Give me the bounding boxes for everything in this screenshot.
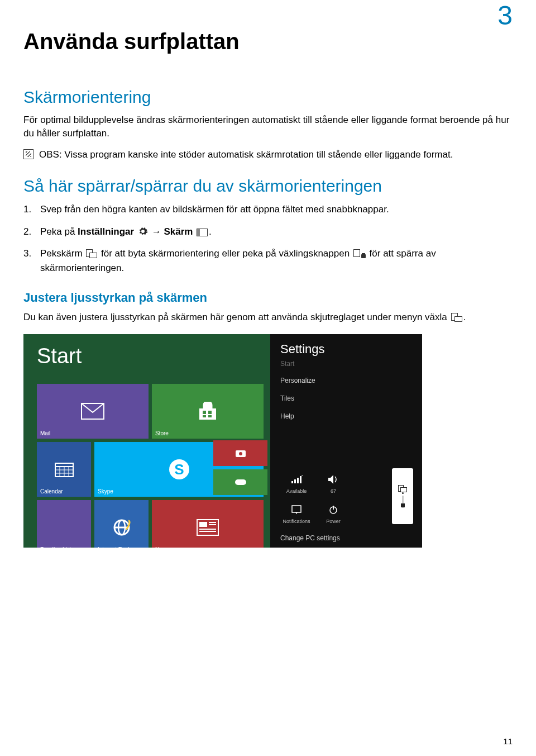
quick-volume-value: 67 xyxy=(331,488,336,494)
brightness-panel[interactable] xyxy=(392,468,413,524)
brightness-end: . xyxy=(463,312,466,322)
page-number: 11 xyxy=(503,736,513,746)
note-block: OBS: Vissa program kanske inte stöder au… xyxy=(23,148,513,161)
tile-skype-label: Skype xyxy=(98,488,113,495)
screen-icon xyxy=(197,229,208,236)
rotate-icon xyxy=(86,249,97,258)
tile-news-label: News xyxy=(155,546,169,548)
screen-label: Skärm xyxy=(164,226,193,237)
quick-network[interactable]: * Available xyxy=(280,468,313,494)
tile-calendar-label: Calendar xyxy=(40,488,63,495)
tile-mail-label: Mail xyxy=(40,430,50,436)
tile-reading-label: Reading List xyxy=(40,546,71,548)
chapter-number: 3 xyxy=(497,0,513,31)
start-title: Start xyxy=(37,344,264,368)
svg-text:S: S xyxy=(174,461,184,478)
svg-rect-30 xyxy=(292,506,301,512)
svg-rect-3 xyxy=(203,415,206,417)
quick-power-label: Power xyxy=(326,519,341,524)
section-heading-lock: Så här spärrar/spärrar du av skärmorient… xyxy=(23,177,513,196)
notifications-icon xyxy=(287,502,306,517)
svg-rect-24 xyxy=(235,479,246,485)
steps-list: Svep från den högra kanten av bildskärme… xyxy=(23,202,513,275)
gear-icon xyxy=(138,226,148,236)
brightness-body: Du kan även justera ljusstyrkan på skärm… xyxy=(23,311,513,324)
rotate-lock-icon xyxy=(353,249,366,258)
ie-icon xyxy=(94,500,149,548)
section-heading-brightness: Justera ljusstyrkan på skärmen xyxy=(23,291,513,305)
tile-calendar[interactable]: Calendar xyxy=(37,442,91,497)
tile-store[interactable]: Store xyxy=(152,384,264,439)
tile-ie[interactable]: Internet Explorer xyxy=(94,500,149,548)
step-3: Pekskärm för att byta skärmorientering e… xyxy=(40,246,513,275)
quick-power[interactable]: Power xyxy=(317,498,350,524)
tile-games[interactable] xyxy=(213,469,267,495)
tile-mail[interactable]: Mail xyxy=(37,384,149,439)
wifi-icon: * xyxy=(287,472,306,487)
arrow-text: → xyxy=(152,226,164,237)
brightness-rotate-icon xyxy=(398,485,407,492)
volume-icon xyxy=(324,472,343,487)
news-icon xyxy=(152,500,264,548)
page-title: Använda surfplattan xyxy=(23,29,513,54)
charm-subtitle: Start xyxy=(280,360,413,368)
tile-store-label: Store xyxy=(155,430,169,436)
quick-volume[interactable]: 67 xyxy=(317,468,350,494)
svg-rect-27 xyxy=(297,478,299,483)
small-tiles-col xyxy=(213,440,267,495)
section-heading-orientation: Skärmorientering xyxy=(23,88,513,107)
svg-rect-25 xyxy=(291,481,293,483)
rotate-icon-2 xyxy=(451,313,462,322)
settings-label: Inställningar xyxy=(78,226,134,237)
quick-notifications-label: Notifications xyxy=(283,519,310,524)
svg-rect-2 xyxy=(208,411,212,414)
svg-rect-26 xyxy=(294,479,296,483)
quick-notifications[interactable]: Notifications xyxy=(280,498,313,524)
step-3-mid: för att byta skärmorientering eller peka… xyxy=(101,248,352,259)
brightness-slider[interactable] xyxy=(402,496,404,508)
change-pc-settings[interactable]: Change PC settings xyxy=(280,534,413,542)
tile-reading-list[interactable]: Reading List xyxy=(37,500,91,548)
step-3-pre: Pekskärm xyxy=(40,248,85,259)
svg-point-23 xyxy=(239,452,242,455)
svg-text:*: * xyxy=(302,475,303,478)
svg-rect-1 xyxy=(203,411,206,414)
power-icon xyxy=(324,502,343,517)
quick-network-label: Available xyxy=(286,488,307,494)
charm-item-personalize[interactable]: Personalize xyxy=(280,377,413,384)
note-icon xyxy=(23,149,34,159)
tile-news[interactable]: News xyxy=(152,500,264,548)
svg-rect-17 xyxy=(199,522,207,527)
step-2-text: Peka på xyxy=(40,226,78,237)
tile-camera[interactable] xyxy=(213,440,267,466)
step-2-end: . xyxy=(209,226,212,237)
camera-icon xyxy=(213,440,267,466)
settings-charm: Settings Start Personalize Tiles Help * … xyxy=(270,334,422,548)
brightness-dot xyxy=(402,492,404,494)
tile-ie-label: Internet Explorer xyxy=(98,546,139,548)
gamepad-icon xyxy=(213,469,267,495)
store-icon xyxy=(152,384,264,439)
charm-item-tiles[interactable]: Tiles xyxy=(280,394,413,402)
charm-item-help[interactable]: Help xyxy=(280,412,413,420)
start-screen: Start Mail Store Calendar xyxy=(23,334,270,548)
mail-icon xyxy=(37,384,149,439)
quick-actions: * Available 67 Notifications Power xyxy=(280,468,386,524)
settings-screenshot: Start Mail Store Calendar xyxy=(23,334,422,548)
step-2: Peka på Inställningar → Skärm . xyxy=(40,225,513,239)
brightness-text: Du kan även justera ljusstyrkan på skärm… xyxy=(23,312,450,322)
charm-title: Settings xyxy=(280,342,413,356)
step-1: Svep från den högra kanten av bildskärme… xyxy=(40,202,513,217)
svg-rect-4 xyxy=(208,415,212,417)
section-orientation-intro: För optimal bildupplevelse ändras skärmo… xyxy=(23,113,513,140)
note-text: OBS: Vissa program kanske inte stöder au… xyxy=(39,148,453,161)
